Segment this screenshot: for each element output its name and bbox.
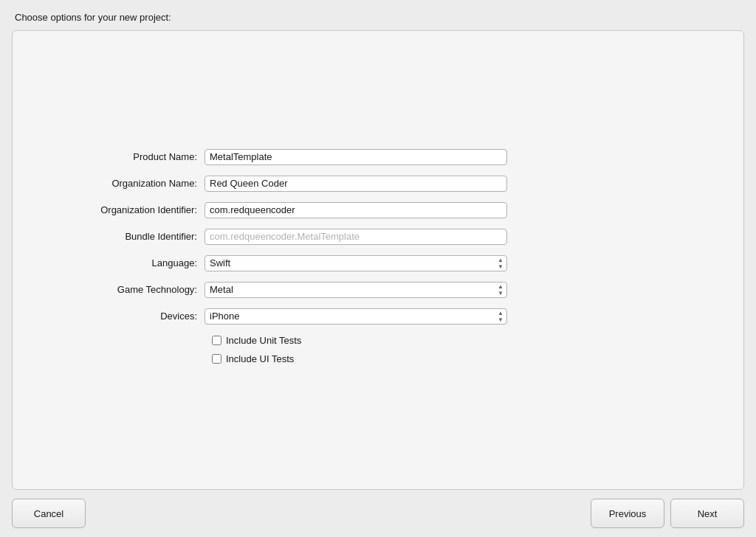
game-tech-select-wrapper: Metal SceneKit SpriteKit ▲ ▼ <box>205 282 507 298</box>
devices-select-wrapper: iPhone iPad Universal ▲ ▼ <box>205 308 507 325</box>
bundle-id-input <box>205 229 507 245</box>
language-label: Language: <box>57 257 205 268</box>
cancel-button[interactable]: Cancel <box>12 499 86 528</box>
org-id-input[interactable] <box>205 202 507 218</box>
previous-button[interactable]: Previous <box>591 499 664 528</box>
org-name-input[interactable] <box>205 176 507 192</box>
game-tech-label: Game Technology: <box>57 284 205 295</box>
product-name-label: Product Name: <box>57 151 205 162</box>
include-unit-tests-row: Include Unit Tests <box>57 335 699 346</box>
include-unit-tests-checkbox[interactable] <box>212 336 221 345</box>
product-name-row: Product Name: <box>57 149 699 165</box>
bundle-id-row: Bundle Identifier: <box>57 229 699 245</box>
language-select[interactable]: Swift Objective-C <box>205 255 507 271</box>
org-id-label: Organization Identifier: <box>57 204 205 215</box>
devices-select[interactable]: iPhone iPad Universal <box>205 308 507 325</box>
include-ui-tests-row: Include UI Tests <box>57 353 699 364</box>
page-title: Choose options for your new project: <box>0 0 756 30</box>
game-tech-row: Game Technology: Metal SceneKit SpriteKi… <box>57 282 699 298</box>
include-ui-tests-label[interactable]: Include UI Tests <box>226 353 294 364</box>
next-button[interactable]: Next <box>670 499 744 528</box>
org-name-row: Organization Name: <box>57 176 699 192</box>
product-name-input[interactable] <box>205 149 507 165</box>
form-panel: Product Name: Organization Name: Organiz… <box>12 30 744 490</box>
devices-row: Devices: iPhone iPad Universal ▲ ▼ <box>57 308 699 325</box>
bundle-id-label: Bundle Identifier: <box>57 231 205 242</box>
include-unit-tests-label[interactable]: Include Unit Tests <box>226 335 301 346</box>
language-row: Language: Swift Objective-C ▲ ▼ <box>57 255 699 271</box>
language-select-wrapper: Swift Objective-C ▲ ▼ <box>205 255 507 271</box>
bottom-bar: Cancel Previous Next <box>0 490 756 537</box>
include-ui-tests-checkbox[interactable] <box>212 354 221 364</box>
org-name-label: Organization Name: <box>57 178 205 189</box>
nav-buttons: Previous Next <box>591 499 744 528</box>
org-id-row: Organization Identifier: <box>57 202 699 218</box>
game-tech-select[interactable]: Metal SceneKit SpriteKit <box>205 282 507 298</box>
form-container: Product Name: Organization Name: Organiz… <box>13 119 743 401</box>
devices-label: Devices: <box>57 311 205 322</box>
